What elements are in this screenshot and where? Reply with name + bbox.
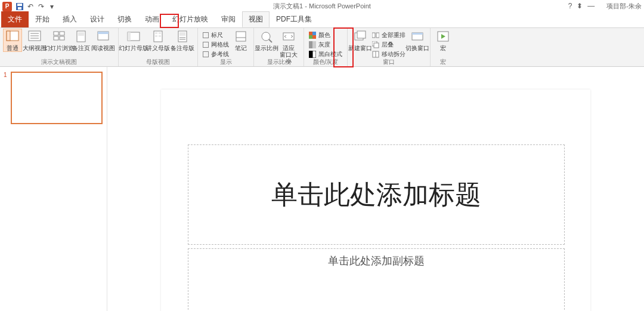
group-caption: 演示文稿视图 xyxy=(4,58,114,66)
slide-master-button[interactable]: 幻灯片母版 xyxy=(122,29,145,51)
view-notes-page-button[interactable]: 备注页 xyxy=(72,29,90,51)
group-show: 标尺 网格线 参考线 笔记 显示 xyxy=(198,28,254,66)
svg-rect-20 xyxy=(155,32,157,34)
group-window: 新建窗口 全部重排 层叠 移动拆分 切换窗口 窗口 xyxy=(348,28,431,66)
thumbnail-preview[interactable] xyxy=(11,72,103,124)
tab-view[interactable]: 视图 xyxy=(242,11,270,27)
qat-more-button[interactable]: ▾ xyxy=(47,1,57,12)
ribbon-options-button[interactable]: ⬍ xyxy=(577,2,583,11)
bw-icon xyxy=(309,51,316,58)
checkbox-icon xyxy=(203,42,209,48)
qat-redo-button[interactable]: ↷ xyxy=(36,1,47,12)
ribbon: 普通 大纲视图 幻灯片浏览 备注页 阅读视图 演示文稿视图 xyxy=(0,27,644,67)
ruler-checkbox[interactable]: 标尺 xyxy=(202,30,230,39)
new-window-button[interactable]: 新建窗口 xyxy=(351,29,369,51)
svg-rect-37 xyxy=(312,41,316,48)
tab-insert[interactable]: 插入 xyxy=(56,11,83,27)
slide-thumbnail-panel[interactable]: 1 xyxy=(0,67,107,311)
svg-rect-28 xyxy=(236,32,246,41)
cascade-button[interactable]: 层叠 xyxy=(371,40,407,49)
minimize-button[interactable]: — xyxy=(587,2,595,11)
svg-rect-18 xyxy=(128,32,131,41)
svg-rect-4 xyxy=(7,31,10,41)
notes-pane-button[interactable]: 笔记 xyxy=(232,29,250,51)
svg-rect-9 xyxy=(54,32,58,35)
slide[interactable]: 单击此处添加标题 单击此处添加副标题 xyxy=(161,90,590,311)
svg-rect-35 xyxy=(309,35,312,39)
slide-canvas-area[interactable]: 单击此处添加标题 单击此处添加副标题 xyxy=(107,67,644,311)
tab-file[interactable]: 文件 xyxy=(1,11,29,27)
view-outline-button[interactable]: 大纲视图 xyxy=(23,29,46,51)
group-caption: 显示比例 xyxy=(258,58,300,66)
svg-point-30 xyxy=(262,32,270,41)
slide-thumbnail[interactable]: 1 xyxy=(4,72,103,124)
group-zoom: 显示比例 适应 窗口大小 显示比例 xyxy=(254,28,304,66)
group-presentation-views: 普通 大纲视图 幻灯片浏览 备注页 阅读视图 演示文稿视图 xyxy=(0,28,119,66)
svg-rect-12 xyxy=(60,36,64,40)
group-caption: 颜色/灰度 xyxy=(308,58,343,66)
view-normal-button[interactable]: 普通 xyxy=(4,29,21,51)
workspace: 1 单击此处添加标题 单击此处添加副标题 xyxy=(0,67,644,311)
svg-rect-43 xyxy=(376,33,379,38)
macro-button[interactable]: 宏 xyxy=(434,29,452,51)
group-caption: 窗口 xyxy=(351,58,426,66)
bw-mode-button[interactable]: 黑白模式 xyxy=(308,50,343,58)
subtitle-placeholder[interactable]: 单击此处添加副标题 xyxy=(188,248,565,311)
view-sorter-button[interactable]: 幻灯片浏览 xyxy=(48,29,70,51)
svg-rect-25 xyxy=(179,32,185,36)
svg-rect-34 xyxy=(312,32,316,35)
svg-rect-45 xyxy=(374,43,379,48)
svg-rect-2 xyxy=(18,7,21,10)
title-placeholder[interactable]: 单击此处添加标题 xyxy=(188,144,565,245)
svg-rect-49 xyxy=(412,33,423,35)
move-split-button[interactable]: 移动拆分 xyxy=(371,50,407,58)
handout-master-button[interactable]: 讲义母版 xyxy=(147,29,169,51)
grayscale-icon xyxy=(309,41,316,48)
guides-checkbox[interactable]: 参考线 xyxy=(202,50,230,58)
subtitle-placeholder-text: 单击此处添加副标题 xyxy=(328,254,425,268)
tab-review[interactable]: 审阅 xyxy=(215,11,242,27)
group-color: 颜色 灰度 黑白模式 颜色/灰度 xyxy=(304,28,348,66)
svg-rect-21 xyxy=(159,32,161,34)
svg-rect-1 xyxy=(17,4,22,6)
group-master-views: 幻灯片母版 讲义母版 备注母版 母版视图 xyxy=(119,28,198,66)
svg-rect-22 xyxy=(155,35,157,37)
arrange-all-button[interactable]: 全部重排 xyxy=(371,30,407,39)
qat-save-button[interactable] xyxy=(14,1,25,12)
notes-master-button[interactable]: 备注母版 xyxy=(171,29,194,51)
svg-rect-10 xyxy=(60,32,64,35)
tab-animation[interactable]: 动画 xyxy=(138,11,166,27)
svg-rect-16 xyxy=(98,32,109,34)
title-placeholder-text: 单击此处添加标题 xyxy=(271,177,481,213)
grayscale-mode-button[interactable]: 灰度 xyxy=(308,40,343,49)
tab-slideshow[interactable]: 幻灯片放映 xyxy=(166,11,215,27)
zoom-button[interactable]: 显示比例 xyxy=(258,29,275,51)
color-icon xyxy=(309,32,316,39)
color-mode-button[interactable]: 颜色 xyxy=(308,30,343,39)
switch-window-button[interactable]: 切换窗口 xyxy=(408,29,426,51)
svg-rect-38 xyxy=(309,51,312,58)
ribbon-tabs: 文件 开始 插入 设计 切换 动画 幻灯片放映 审阅 视图 PDF工具集 xyxy=(0,13,644,27)
help-button[interactable]: ? xyxy=(568,2,572,11)
tab-design[interactable]: 设计 xyxy=(83,11,111,27)
svg-rect-41 xyxy=(357,31,366,38)
qat-undo-button[interactable]: ↶ xyxy=(25,1,36,12)
svg-rect-11 xyxy=(54,36,58,40)
tab-home[interactable]: 开始 xyxy=(29,11,56,27)
tab-transition[interactable]: 切换 xyxy=(111,11,138,27)
tab-pdf[interactable]: PDF工具集 xyxy=(270,11,318,27)
group-caption: 母版视图 xyxy=(122,58,194,66)
group-caption: 宏 xyxy=(434,58,452,66)
view-reading-button[interactable]: 阅读视图 xyxy=(92,29,114,51)
group-caption: 显示 xyxy=(202,58,250,66)
thumbnail-number: 1 xyxy=(4,72,8,124)
svg-rect-39 xyxy=(312,51,316,58)
account-label: 项目部-朱余 xyxy=(606,2,642,11)
checkbox-icon xyxy=(203,51,209,57)
gridlines-checkbox[interactable]: 网格线 xyxy=(202,40,230,49)
app-icon: P xyxy=(2,2,12,11)
svg-rect-14 xyxy=(78,32,84,36)
svg-rect-23 xyxy=(159,35,161,37)
svg-line-31 xyxy=(269,39,272,42)
checkbox-icon xyxy=(203,32,209,38)
